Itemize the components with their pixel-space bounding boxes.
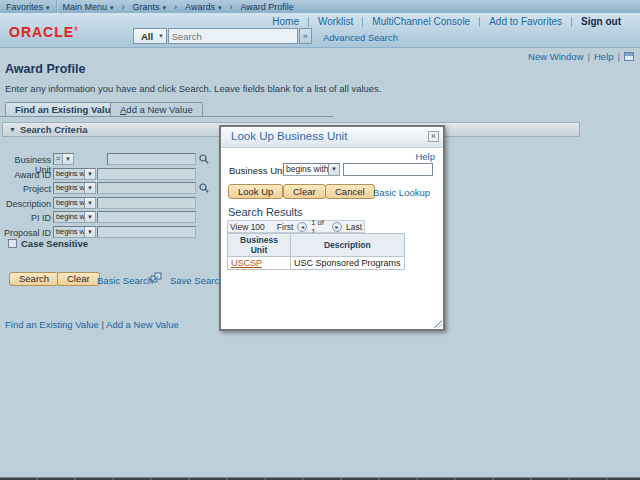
cancel-button[interactable]: Cancel [325, 184, 375, 199]
basic-search-link[interactable]: Basic Search [97, 275, 153, 286]
dialog-clear-button[interactable]: Clear [283, 184, 326, 199]
lookup-dialog: Look Up Business Unit × Help Business Un… [219, 125, 445, 331]
breadcrumb-separator: › [227, 2, 234, 12]
clear-button[interactable]: Clear [57, 272, 100, 286]
breadcrumb-grants[interactable]: Grants▾ [127, 2, 173, 12]
field-label: Proposal ID [0, 228, 51, 238]
divider: | [101, 319, 103, 330]
worklist-link[interactable]: Worklist [309, 16, 362, 27]
page-instructions: Enter any information you have and click… [5, 83, 382, 94]
breadcrumb-awards[interactable]: Awards▾ [179, 2, 227, 12]
search-scope-select[interactable]: All ▾ [133, 28, 167, 44]
dialog-title: Look Up Business Unit [231, 130, 347, 142]
help-link[interactable]: Help [594, 51, 614, 62]
operator-select[interactable]: begins with ▼ [53, 182, 96, 194]
footer-add-new-link[interactable]: Add a New Value [106, 319, 179, 330]
search-go-button[interactable]: » [299, 28, 312, 44]
search-button[interactable]: Search [9, 272, 59, 286]
description-input[interactable] [97, 197, 196, 209]
advanced-search-link[interactable]: Advanced Search [323, 32, 398, 43]
chevron-down-icon: ▼ [84, 183, 95, 193]
look-up-button[interactable]: Look Up [228, 184, 283, 199]
basic-search-icon[interactable] [150, 272, 162, 284]
operator-select[interactable]: begins with ▼ [283, 163, 340, 176]
column-header: Business Unit [228, 234, 291, 257]
chevron-down-icon: ▾ [218, 4, 222, 11]
results-pagination-bar: View 100 First ◄ 1 of 1 ► Last [227, 220, 365, 233]
chevron-down-icon: ▾ [110, 4, 114, 11]
award-id-input[interactable] [97, 168, 196, 180]
dialog-help-link[interactable]: Help [415, 151, 435, 162]
page-previous-icon[interactable]: ◄ [297, 222, 307, 232]
search-results-title: Search Results [228, 206, 303, 218]
tab-underline [0, 116, 333, 117]
page-title: Award Profile [5, 62, 85, 76]
chevron-down-icon: ▼ [84, 212, 95, 222]
section-title: Search Criteria [20, 124, 88, 135]
lookup-icon[interactable] [199, 154, 209, 164]
field-label: Award ID [0, 170, 51, 180]
result-business-unit-link[interactable]: USCSP [231, 258, 262, 268]
close-icon[interactable]: × [428, 131, 439, 142]
case-sensitive-row: Case Sensitive [8, 238, 88, 249]
operator-select[interactable]: = ▼ [53, 153, 74, 165]
operator-select[interactable]: begins with ▼ [53, 211, 96, 223]
chevron-down-icon: ▾ [159, 32, 163, 40]
peoplesoft-window: Favorites▾ Main Menu▾ › Grants▾ › Awards… [0, 0, 640, 480]
pi-id-input[interactable] [97, 211, 196, 223]
new-window-link[interactable]: New Window [528, 51, 583, 62]
results-header-row: Business Unit Description [228, 234, 405, 257]
chevron-down-icon: ▾ [46, 4, 50, 11]
breadcrumb-separator: › [120, 2, 127, 12]
sign-out-link[interactable]: Sign out [572, 16, 630, 27]
page-utility-bar: New Window | Help | [528, 51, 634, 62]
add-to-favorites-link[interactable]: Add to Favorites [480, 16, 571, 27]
divider: | [584, 51, 594, 62]
chevron-down-icon: ▼ [62, 154, 73, 164]
case-sensitive-checkbox[interactable] [8, 239, 17, 248]
column-header: Description [291, 234, 405, 257]
dialog-field-row: Business Unit begins with ▼ [221, 163, 443, 176]
proposal-id-input[interactable] [97, 226, 196, 238]
chevron-down-icon: ▼ [84, 169, 95, 179]
footer-find-existing-link[interactable]: Find an Existing Value [5, 319, 99, 330]
global-search: All ▾ » [133, 28, 312, 44]
chevron-down-icon: ▾ [163, 4, 167, 11]
tab-add-new-value[interactable]: Add a New Value [110, 102, 203, 117]
operator-select[interactable]: begins with ▼ [53, 197, 96, 209]
dialog-title-bar[interactable]: Look Up Business Unit × [221, 127, 443, 148]
field-label: Project [0, 184, 51, 194]
personalize-page-icon[interactable] [624, 52, 634, 61]
field-label: Business Unit [229, 165, 287, 176]
footer-links: Find an Existing Value | Add a New Value [5, 319, 179, 330]
dialog-buttons-row: Look Up Clear Cancel Basic Lookup [221, 184, 443, 200]
multichannel-console-link[interactable]: MultiChannel Console [363, 16, 479, 27]
header: ORACLE® Home Worklist MultiChannel Conso… [0, 13, 640, 48]
basic-lookup-link[interactable]: Basic Lookup [373, 187, 430, 198]
favorites-menu[interactable]: Favorites▾ [0, 2, 56, 12]
search-input[interactable] [168, 28, 298, 44]
table-row: USCSP USC Sponsored Programs [228, 257, 405, 270]
pagination-first[interactable]: First [275, 222, 296, 232]
page-next-icon[interactable]: ► [332, 222, 342, 232]
project-input[interactable] [97, 182, 196, 194]
lookup-icon[interactable] [199, 183, 209, 193]
header-links: Home Worklist MultiChannel Console Add t… [263, 16, 630, 27]
dialog-business-unit-input[interactable] [343, 163, 433, 176]
resize-grip-icon[interactable] [434, 320, 442, 328]
tab-find-existing-value[interactable]: Find an Existing Value [5, 102, 126, 117]
field-label: PI ID [0, 213, 51, 223]
business-unit-input[interactable] [107, 153, 196, 165]
field-label: Description [0, 199, 51, 209]
breadcrumb-award-profile: Award Profile [234, 2, 299, 12]
chevron-down-icon: ▼ [84, 227, 95, 237]
chevron-down-icon: ▼ [84, 198, 95, 208]
main-menu[interactable]: Main Menu▾ [57, 2, 120, 12]
home-link[interactable]: Home [263, 16, 308, 27]
operator-select[interactable]: begins with ▼ [53, 168, 96, 180]
pagination-last[interactable]: Last [344, 222, 364, 232]
chevron-down-icon: ▼ [328, 164, 339, 175]
collapse-section-icon[interactable]: ▼ [3, 126, 20, 133]
view-100-link[interactable]: View 100 [228, 222, 275, 232]
operator-select[interactable]: begins with ▼ [53, 226, 96, 238]
